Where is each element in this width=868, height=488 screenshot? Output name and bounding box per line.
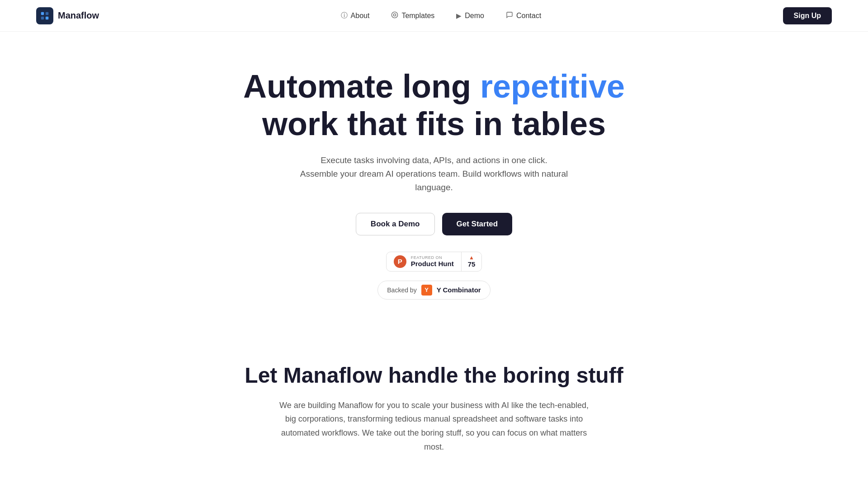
- templates-icon: [391, 11, 398, 20]
- logo-icon: [36, 7, 53, 24]
- hero-subtitle-line2: Assemble your dream AI operations team. …: [300, 169, 568, 192]
- yc-backed-by: Backed by: [387, 286, 416, 294]
- ph-left: P FEATURED ON Product Hunt: [387, 255, 461, 268]
- contact-icon: [506, 11, 513, 20]
- book-demo-button[interactable]: Book a Demo: [356, 213, 435, 235]
- svg-rect-2: [41, 16, 44, 19]
- svg-point-4: [392, 12, 398, 18]
- section-description: We are building Manaflow for you to scal…: [276, 399, 592, 454]
- ph-vote-count: ▲ 75: [462, 255, 482, 268]
- ph-text-block: FEATURED ON Product Hunt: [411, 255, 454, 267]
- svg-point-5: [394, 14, 396, 16]
- hero-title: Automate long repetitive work that fits …: [231, 68, 637, 143]
- nav-templates-label: Templates: [401, 12, 434, 20]
- hero-buttons: Book a Demo Get Started: [356, 213, 512, 235]
- ph-featured-on: FEATURED ON: [411, 255, 442, 260]
- ph-count: 75: [468, 260, 476, 268]
- hero-subtitle: Execute tasks involving data, APIs, and …: [298, 154, 570, 195]
- hero-title-part2: work that fits in tables: [262, 106, 606, 142]
- get-started-button[interactable]: Get Started: [442, 213, 513, 235]
- boring-stuff-section: Let Manaflow handle the boring stuff We …: [0, 327, 868, 488]
- yc-logo-icon: Y: [421, 285, 432, 296]
- nav-links: ⓘ About Templates ▶ Demo: [341, 11, 542, 20]
- nav-item-demo[interactable]: ▶ Demo: [456, 12, 484, 20]
- nav-item-about[interactable]: ⓘ About: [341, 11, 370, 20]
- product-hunt-badge[interactable]: P FEATURED ON Product Hunt ▲ 75: [386, 252, 482, 272]
- yc-combinator-text: Y Combinator: [437, 286, 481, 294]
- nav-item-templates[interactable]: Templates: [391, 11, 434, 20]
- ph-product-hunt: Product Hunt: [411, 260, 454, 267]
- section-title: Let Manaflow handle the boring stuff: [90, 363, 778, 388]
- svg-rect-1: [46, 12, 48, 14]
- hero-subtitle-line1: Execute tasks involving data, APIs, and …: [321, 155, 547, 165]
- nav-item-contact[interactable]: Contact: [506, 11, 541, 20]
- hero-title-highlight: repetitive: [480, 68, 625, 104]
- hero-section: Automate long repetitive work that fits …: [0, 32, 868, 327]
- svg-rect-0: [41, 12, 44, 14]
- nav-about-label: About: [351, 12, 370, 20]
- yc-badge: Backed by Y Y Combinator: [377, 281, 490, 300]
- navbar: Manaflow ⓘ About Templates ▶ Demo: [0, 0, 868, 32]
- demo-icon: ▶: [456, 12, 462, 20]
- logo-text: Manaflow: [58, 10, 99, 21]
- logo-link[interactable]: Manaflow: [36, 7, 99, 24]
- about-icon: ⓘ: [341, 11, 348, 20]
- ph-p-icon: P: [394, 255, 406, 268]
- signup-button[interactable]: Sign Up: [783, 7, 832, 24]
- ph-arrow-icon: ▲: [469, 255, 474, 260]
- nav-contact-label: Contact: [516, 12, 541, 20]
- hero-title-part1: Automate long: [243, 68, 480, 104]
- svg-rect-3: [46, 16, 48, 19]
- nav-demo-label: Demo: [465, 12, 484, 20]
